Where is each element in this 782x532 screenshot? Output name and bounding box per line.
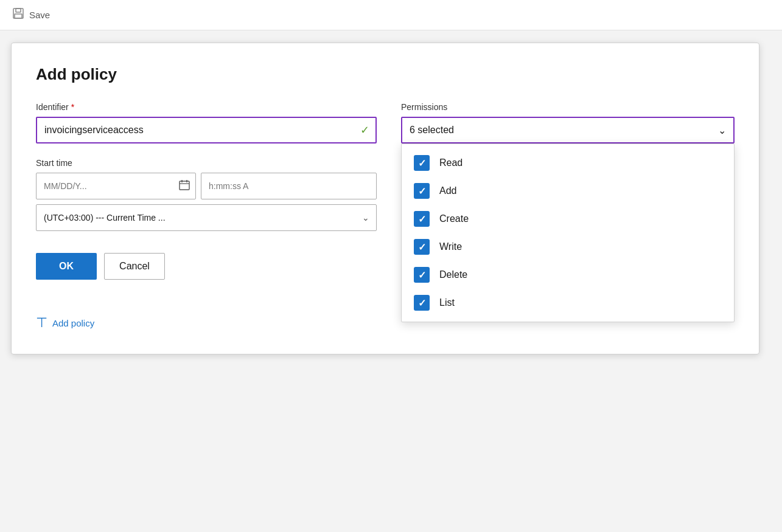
- ok-button[interactable]: OK: [36, 253, 97, 280]
- cancel-button[interactable]: Cancel: [104, 253, 165, 280]
- dialog-title: Add policy: [36, 65, 735, 84]
- identifier-input[interactable]: [36, 117, 377, 143]
- permission-label-read: Read: [439, 157, 463, 168]
- permissions-list: ✓ Read ✓ Add ✓ Create: [401, 143, 735, 322]
- button-row: OK Cancel: [36, 253, 377, 280]
- time-input[interactable]: [201, 173, 377, 199]
- required-star: *: [71, 102, 74, 112]
- date-input-wrapper: [36, 173, 196, 199]
- toolbar: Save: [0, 0, 782, 30]
- identifier-input-wrapper: ✓: [36, 117, 377, 143]
- permission-checkbox-delete: ✓: [414, 267, 430, 283]
- save-label: Save: [29, 10, 50, 20]
- permission-item-list[interactable]: ✓ List: [402, 289, 734, 317]
- add-policy-dialog: Add policy Identifier * ✓ Start time: [11, 43, 759, 354]
- permission-item-add[interactable]: ✓ Add: [402, 177, 734, 205]
- permission-checkbox-write: ✓: [414, 239, 430, 255]
- timezone-wrapper: (UTC+03:00) --- Current Time ... (UTC+00…: [36, 204, 377, 231]
- svg-rect-3: [180, 181, 189, 190]
- calendar-icon: [179, 179, 190, 193]
- form-row: Identifier * ✓ Start time: [36, 102, 735, 280]
- timezone-select[interactable]: (UTC+03:00) --- Current Time ... (UTC+00…: [36, 204, 377, 231]
- add-policy-link-label: Add policy: [52, 318, 94, 328]
- form-right-col: Permissions 6 selected ⌄ ✓ Read: [401, 102, 735, 143]
- permission-checkbox-list: ✓: [414, 295, 430, 311]
- permission-item-write[interactable]: ✓ Write: [402, 233, 734, 261]
- permission-label-list: List: [439, 297, 455, 308]
- svg-rect-1: [16, 9, 21, 12]
- save-icon: [12, 7, 24, 22]
- add-policy-plus-icon: ⊤: [36, 316, 47, 330]
- permission-checkbox-read: ✓: [414, 155, 430, 171]
- svg-rect-2: [15, 14, 22, 18]
- form-left-col: Identifier * ✓ Start time: [36, 102, 377, 280]
- permission-label-create: Create: [439, 213, 469, 224]
- permission-item-delete[interactable]: ✓ Delete: [402, 261, 734, 289]
- permissions-chevron-icon: ⌄: [718, 125, 726, 136]
- permissions-selected-count: 6 selected: [410, 125, 454, 136]
- permission-item-create[interactable]: ✓ Create: [402, 205, 734, 233]
- permission-checkbox-create: ✓: [414, 211, 430, 227]
- check-icon: ✓: [360, 123, 369, 137]
- permission-label-write: Write: [439, 241, 462, 252]
- start-time-label: Start time: [36, 158, 377, 168]
- date-input[interactable]: [36, 173, 196, 199]
- permission-checkbox-add: ✓: [414, 183, 430, 199]
- permissions-label: Permissions: [401, 102, 735, 112]
- permission-label-delete: Delete: [439, 269, 467, 280]
- permission-label-add: Add: [439, 185, 456, 196]
- permission-item-read[interactable]: ✓ Read: [402, 149, 734, 177]
- identifier-label: Identifier *: [36, 102, 377, 112]
- page-background: Add policy Identifier * ✓ Start time: [0, 30, 782, 532]
- permissions-dropdown-trigger[interactable]: 6 selected ⌄: [401, 117, 735, 143]
- time-row: [36, 173, 377, 199]
